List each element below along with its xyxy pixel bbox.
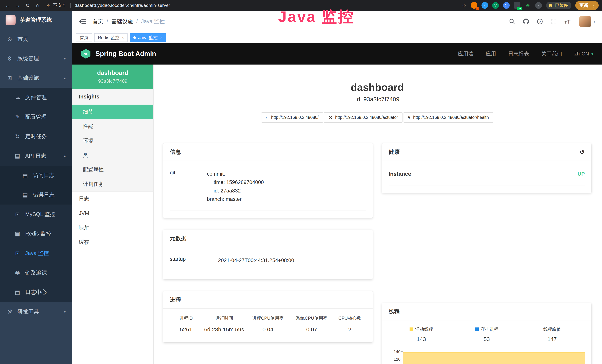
page-subtitle: Id: 93a3fc7f7409 (163, 96, 591, 103)
tab-redis-monitor[interactable]: Redis 监控× (94, 33, 128, 42)
sidebar-item-label: 基础设施 (17, 74, 39, 82)
extension-icon-2[interactable]: ◦ (482, 2, 488, 9)
browser-update-button[interactable]: 更新 ⋮ (575, 1, 599, 10)
font-size-icon[interactable]: TT (564, 18, 572, 25)
document-icon: ▤ (22, 192, 29, 198)
legend-value: 53 (454, 336, 519, 342)
sba-item-classes[interactable]: 类 (72, 148, 153, 162)
app-logo[interactable]: 芋道管理系统 (0, 11, 72, 29)
sidebar-item-access-log[interactable]: ▤访问日志 (0, 166, 72, 185)
sba-group-insights: Insights 细节 性能 环境 类 配置属性 计划任务 (72, 89, 153, 192)
breadcrumb-infra[interactable]: 基础设施 (111, 18, 133, 25)
sidebar-item-label: 访问日志 (33, 172, 54, 179)
extension-icon-7[interactable]: ● (535, 2, 542, 9)
profile-paused-chip[interactable]: ☻ 已暂停 (546, 2, 571, 9)
card-column-left: 信息 git commit: time: 1596289704000 id: 2… (163, 143, 373, 364)
hamburger-icon[interactable] (79, 18, 86, 25)
github-icon[interactable] (523, 18, 529, 25)
sidebar-item-mysql[interactable]: ⊡MySQL 监控 (0, 204, 72, 224)
health-instance-label: Instance (389, 171, 411, 177)
sba-item-jvm[interactable]: JVM (72, 206, 153, 221)
sidebar-item-label: MySQL 监控 (25, 211, 55, 218)
breadcrumb-home[interactable]: 首页 (93, 18, 103, 25)
extension-icon-3[interactable]: V (492, 2, 499, 9)
sba-item-environment[interactable]: 环境 (72, 134, 153, 148)
forward-icon[interactable]: → (13, 2, 22, 8)
sidebar-item-api-log[interactable]: ▤API 日志▴ (0, 146, 72, 166)
sba-instance-header[interactable]: dashboard 93a3fc7f7409 (72, 64, 153, 89)
tab-java-monitor[interactable]: Java 监控× (130, 33, 166, 42)
chart-area-band (403, 352, 585, 364)
sba-item-logs[interactable]: 日志 (72, 192, 153, 206)
info-key: git (170, 170, 207, 203)
sidebar-item-error-log[interactable]: ▤错误日志 (0, 185, 72, 204)
reload-icon[interactable]: ↻ (23, 2, 32, 9)
link-health-url[interactable]: ♥http://192.168.0.2:48080/actuator/healt… (403, 112, 494, 123)
sidebar-item-files[interactable]: ☁文件管理 (0, 88, 72, 107)
sba-item-details[interactable]: 细节 (72, 105, 153, 119)
column-header: 运行时间 (202, 315, 246, 321)
sba-body: dashboard 93a3fc7f7409 Insights 细节 性能 环境… (72, 64, 602, 364)
history-icon[interactable]: ↺ (580, 149, 585, 155)
extension-icon-6[interactable]: ♣ (525, 2, 531, 9)
help-icon[interactable]: ? (537, 18, 543, 25)
eye-icon: ◉ (14, 269, 21, 276)
annotation-java-monitor: Java 监控 (278, 7, 354, 27)
search-icon[interactable] (509, 18, 515, 25)
sba-menu-wallboard[interactable]: 应用墙 (458, 50, 473, 57)
sba-locale-select[interactable]: zh-CN ▾ (574, 51, 593, 57)
close-icon[interactable]: × (122, 35, 124, 40)
extension-icon-4[interactable]: ∷ (503, 2, 510, 9)
sba-item-metrics[interactable]: 性能 (72, 119, 153, 134)
sba-item-scheduled-tasks[interactable]: 计划任务 (72, 177, 153, 191)
sidebar-item-redis[interactable]: ▣Redis 监控 (0, 224, 72, 244)
sba-menu-applications[interactable]: 应用 (486, 50, 496, 57)
link-actuator-url[interactable]: ⚒http://192.168.0.2:48080/actuator (324, 112, 402, 123)
info-line: time: 1596289704000 (207, 178, 366, 186)
legend-value: 147 (519, 336, 585, 342)
close-icon[interactable]: × (160, 35, 162, 40)
home-icon[interactable]: ⌂ (33, 2, 42, 8)
sidebar-item-home[interactable]: ⊙首页 (0, 29, 72, 49)
tab-home[interactable]: 首页 (76, 33, 92, 42)
sba-menu-about[interactable]: 关于我们 (541, 50, 562, 57)
sba-brand[interactable]: Spring Boot Admin (81, 49, 156, 59)
process-col-uptime: 运行时间6d 23h 15m 59s (202, 315, 246, 333)
home-icon: ⌂ (266, 115, 269, 120)
process-table: 进程ID5261 运行时间6d 23h 15m 59s 进程CPU使用率0.04… (170, 310, 366, 335)
bookmark-star-icon[interactable]: ☆ (462, 2, 467, 9)
sba-item-config-props[interactable]: 配置属性 (72, 162, 153, 177)
y-tick: 140 (389, 350, 403, 357)
sidebar-item-config[interactable]: ✎配置管理 (0, 107, 72, 127)
sidebar-item-system[interactable]: ⚙系统管理▾ (0, 49, 72, 68)
svg-text:T: T (567, 19, 570, 25)
info-value: commit: time: 1596289704000 id: 27aa832 … (207, 170, 366, 203)
sidebar-item-log-center[interactable]: ▤日志中心 (0, 282, 72, 302)
database-icon: ▣ (14, 230, 21, 237)
extension-icon-1[interactable]: 1 (471, 2, 477, 9)
legend-swatch-yellow (409, 327, 413, 331)
fullscreen-icon[interactable] (550, 18, 557, 25)
y-tick: 120 (389, 357, 403, 364)
card-column-right: 健康 ↺ Instance UP 线程 (382, 143, 591, 364)
sidebar-item-java-monitor[interactable]: ⊡Java 监控 (0, 244, 72, 263)
sidebar-item-infra[interactable]: ⊞基础设施▴ (0, 68, 72, 88)
warning-icon: ⚠ (46, 3, 50, 8)
sidebar-item-dev-tools[interactable]: ⚒研发工具▾ (0, 302, 72, 321)
sba-menu-journal[interactable]: 日志报表 (508, 50, 529, 57)
update-label: 更新 (579, 2, 588, 8)
address-bar[interactable]: ⚠ 不安全 dashboard.yudao.iocoder.cn/infra/a… (46, 2, 170, 8)
sidebar-item-jobs[interactable]: ↻定时任务 (0, 127, 72, 146)
link-root-url[interactable]: ⌂http://192.168.0.2:48080/ (261, 112, 323, 123)
cell-value: 6d 23h 15m 59s (202, 326, 246, 333)
card-title: 进程 (170, 296, 181, 304)
back-icon[interactable]: ← (3, 2, 12, 8)
sidebar-item-tracing[interactable]: ◉链路追踪 (0, 263, 72, 282)
browser-menu-icon[interactable]: ⋮ (591, 3, 596, 8)
extension-icon-5[interactable]: on (514, 2, 520, 9)
user-avatar[interactable] (579, 16, 591, 27)
sba-item-mappings[interactable]: 映射 (72, 221, 153, 235)
extension-on-badge: on (517, 7, 522, 10)
sba-menu: 应用墙 应用 日志报表 关于我们 zh-CN ▾ (458, 50, 593, 57)
sba-item-caches[interactable]: 缓存 (72, 235, 153, 249)
